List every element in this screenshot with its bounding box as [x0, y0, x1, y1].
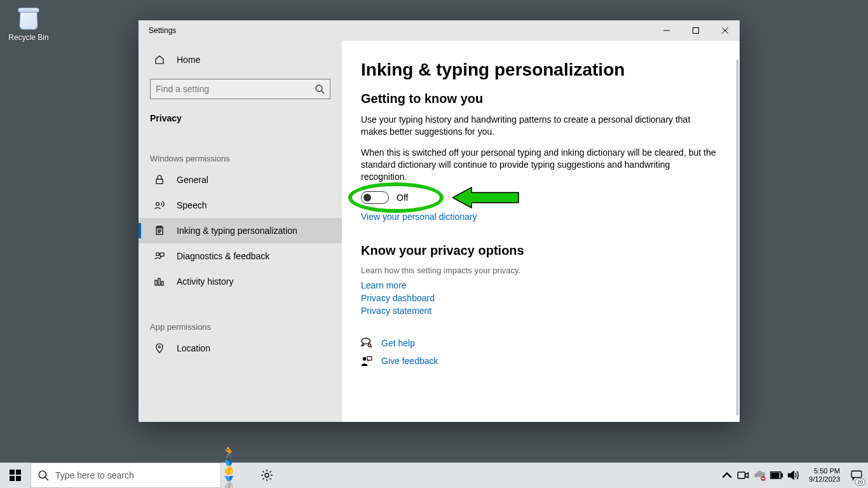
activity-icon [154, 276, 165, 287]
give-feedback-row[interactable]: Give feedback [361, 355, 721, 367]
sidebar-search-input[interactable] [156, 84, 315, 94]
section-heading-getting-to-know-you: Getting to know you [361, 92, 721, 106]
svg-rect-6 [156, 179, 163, 184]
toggle-knob [363, 194, 371, 201]
sidebar-home[interactable]: Home [139, 47, 342, 72]
sidebar-group-windows-permissions: Windows permissions [139, 142, 342, 167]
sidebar-group-app-permissions: App permissions [139, 311, 342, 336]
svg-point-22 [363, 357, 367, 361]
learn-more-link[interactable]: Learn more [361, 280, 721, 290]
tray-chevron-icon[interactable] [721, 469, 733, 482]
sidebar-item-speech[interactable]: Speech [139, 193, 342, 218]
privacy-statement-link[interactable]: Privacy statement [361, 306, 721, 316]
speech-icon [154, 200, 165, 211]
start-button[interactable] [0, 463, 31, 488]
clock-time: 5:50 PM [809, 467, 840, 475]
sidebar-item-label: Speech [177, 200, 207, 210]
system-tray[interactable] [716, 463, 804, 488]
sidebar-item-label: Activity history [177, 276, 233, 287]
toggle-state-label: Off [397, 193, 408, 203]
svg-rect-37 [851, 471, 862, 477]
location-icon [154, 342, 165, 354]
home-icon [154, 54, 165, 65]
taskbar-search[interactable]: Type here to search [31, 463, 221, 488]
svg-point-17 [159, 346, 161, 348]
section-description: Learn how this setting impacts your priv… [361, 266, 721, 275]
feedback-person-icon [361, 355, 372, 367]
section-paragraph: Use your typing history and handwriting … [361, 114, 717, 138]
svg-rect-31 [738, 472, 745, 478]
sidebar-home-label: Home [177, 55, 200, 65]
svg-point-19 [362, 339, 370, 344]
clock-date: 9/12/2023 [809, 475, 840, 484]
titlebar[interactable]: Settings [139, 20, 740, 41]
sidebar-item-label: Inking & typing personalization [177, 226, 297, 236]
scrollbar[interactable] [736, 60, 738, 416]
action-center-button[interactable]: 20 [845, 463, 868, 488]
tray-onedrive-icon[interactable] [754, 469, 766, 482]
svg-rect-1 [693, 28, 699, 34]
taskbar-clock[interactable]: 5:50 PM 9/12/2023 [804, 463, 845, 488]
svg-point-30 [265, 473, 269, 477]
minimize-button[interactable] [652, 20, 681, 41]
maximize-button[interactable] [681, 20, 710, 41]
svg-rect-24 [10, 470, 15, 475]
gear-icon [261, 469, 273, 482]
sidebar-search[interactable] [150, 79, 330, 99]
svg-point-13 [156, 253, 159, 256]
settings-window: Settings Home Privac [139, 20, 740, 422]
section-heading-privacy-options: Know your privacy options [361, 243, 721, 258]
lock-icon [154, 174, 165, 186]
sidebar-item-inking-typing[interactable]: Inking & typing personalization [139, 218, 342, 243]
recycle-bin-label: Recycle Bin [5, 33, 52, 42]
windows-logo-icon [10, 470, 21, 481]
svg-rect-15 [158, 278, 160, 285]
svg-rect-16 [161, 281, 163, 285]
view-personal-dictionary-link[interactable]: View your personal dictionary [361, 212, 721, 222]
sidebar-item-general[interactable]: General [139, 167, 342, 193]
svg-rect-25 [16, 470, 21, 475]
give-feedback-link[interactable]: Give feedback [381, 356, 438, 366]
close-button[interactable] [710, 20, 740, 41]
svg-point-4 [316, 85, 322, 92]
svg-rect-14 [155, 280, 157, 285]
sidebar-item-label: General [177, 175, 208, 185]
taskbar: Type here to search 🏃🥇🥈🥉 5:50 PM 9/12/20… [0, 463, 868, 488]
search-highlight-icon[interactable]: 🏃🥇🥈🥉 [221, 463, 252, 488]
taskbar-search-placeholder: Type here to search [55, 470, 134, 480]
sidebar-item-label: Diagnostics & feedback [177, 251, 269, 261]
svg-line-21 [370, 347, 372, 348]
tray-meet-now-icon[interactable] [737, 469, 750, 482]
get-help-link[interactable]: Get help [381, 338, 415, 348]
notification-count-badge: 20 [855, 478, 865, 485]
settings-sidebar: Home Privacy Windows permissions General [139, 41, 342, 422]
page-title: Inking & typing personalization [361, 60, 721, 80]
svg-marker-18 [452, 187, 519, 208]
search-icon [37, 470, 49, 481]
tray-battery-icon[interactable] [770, 469, 783, 482]
personalization-toggle[interactable] [361, 191, 389, 204]
recycle-bin[interactable]: Recycle Bin [5, 5, 52, 42]
settings-content: Inking & typing personalization Getting … [342, 41, 740, 422]
sidebar-item-label: Location [177, 343, 210, 353]
sidebar-item-activity-history[interactable]: Activity history [139, 269, 342, 294]
svg-rect-27 [16, 476, 21, 481]
svg-rect-35 [782, 474, 783, 477]
feedback-icon [154, 250, 165, 262]
svg-point-20 [368, 344, 371, 348]
annotation-arrow [452, 186, 522, 209]
sidebar-item-location[interactable]: Location [139, 336, 342, 361]
svg-rect-26 [10, 476, 15, 481]
svg-point-28 [39, 471, 46, 478]
svg-point-7 [156, 203, 159, 206]
tray-volume-icon[interactable] [787, 469, 799, 482]
window-title: Settings [139, 26, 176, 35]
sidebar-item-diagnostics[interactable]: Diagnostics & feedback [139, 243, 342, 269]
clipboard-icon [154, 225, 165, 236]
sidebar-category: Privacy [139, 105, 342, 126]
taskbar-app-settings[interactable] [252, 463, 282, 488]
get-help-row[interactable]: Get help [361, 337, 721, 349]
svg-rect-33 [762, 478, 764, 479]
svg-line-5 [322, 91, 324, 93]
privacy-dashboard-link[interactable]: Privacy dashboard [361, 293, 721, 303]
